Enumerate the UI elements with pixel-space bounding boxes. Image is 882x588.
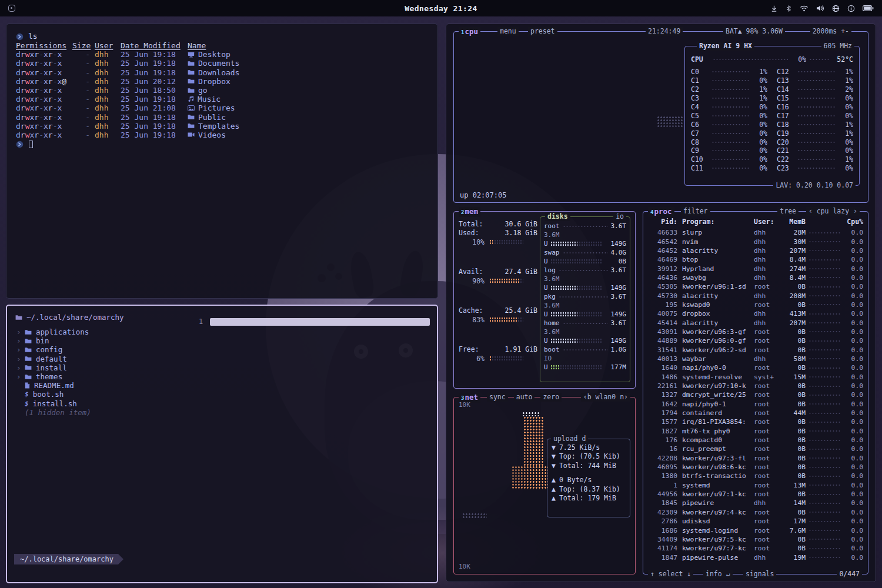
disks-title[interactable]: disks [545, 212, 570, 221]
file-owner: dhh [95, 50, 116, 59]
net-panel-title[interactable]: upload d [551, 435, 588, 443]
file-manager-window[interactable]: ~/.local/share/omarchy 1 ›applications›b… [6, 305, 438, 583]
col-permissions: Permissions [16, 41, 68, 50]
fm-item[interactable]: $install.sh [16, 399, 205, 408]
process-row[interactable]: 34409kworker/u97:5-kcroot 0B0.0 [648, 535, 863, 544]
omarchy-logo-button[interactable] [8, 5, 15, 12]
process-row[interactable]: 1847pipewire-pulsedhh 19M0.0 [648, 553, 863, 562]
volume-icon[interactable] [816, 5, 824, 12]
cpu-core-row: C110% [691, 164, 767, 173]
file-name: Downloads [188, 68, 428, 77]
info-icon[interactable] [847, 5, 855, 12]
fm-item[interactable]: ›applications [16, 328, 205, 336]
net-interface[interactable]: ‹b wlan0 n› [581, 393, 630, 402]
chevron-right-icon: › [16, 345, 21, 354]
system-tray [770, 5, 874, 12]
net-option-zero[interactable]: zero [540, 393, 562, 402]
process-row[interactable]: 1380btrfs-transactioroot 0B0.0 [648, 472, 863, 480]
process-row[interactable]: 195kswapd0root 0B0.0 [648, 300, 863, 309]
process-row[interactable]: 46542nvimdhh 30M0.0 [648, 237, 863, 246]
process-row[interactable]: 40075dropboxdhh 413M0.0 [648, 309, 863, 318]
process-row[interactable]: 44956kworker/u97:1-kcroot 0B0.0 [648, 490, 863, 499]
fm-item[interactable]: ›default [16, 355, 205, 363]
io-mode-button[interactable]: io [613, 212, 626, 221]
process-count: 0/447 [837, 570, 862, 579]
process-row[interactable]: 46452alacrittydhh 207M0.0 [648, 246, 863, 255]
process-row[interactable]: 1640napi/phy0-0root 0B0.0 [648, 363, 863, 372]
fm-item[interactable]: ›themes [16, 372, 205, 381]
mem-stats: Total:30.6 GiBUsed:3.18 GiB10%Avail:27.4… [459, 220, 537, 384]
process-row[interactable]: 1794containerdroot 44M0.0 [648, 409, 863, 417]
update-interval[interactable]: 2000ms +- [810, 27, 851, 36]
process-row[interactable]: 46469btopdhh 8.4M0.0 [648, 255, 863, 264]
file-permissions: drwxr-xr-x [16, 86, 68, 95]
sort-selector[interactable]: ‹ cpu lazy › [806, 207, 860, 216]
mem-box-title[interactable]: 2mem [459, 207, 480, 217]
file-owner: dhh [95, 113, 116, 122]
bluetooth-icon[interactable] [786, 5, 792, 12]
process-row[interactable]: 176kcompactd0root 0B0.0 [648, 436, 863, 445]
fm-item[interactable]: ›bin [16, 336, 205, 345]
process-row[interactable]: 40013waybardhh 58M0.0 [648, 355, 863, 363]
process-row[interactable]: 16rcu_preemptroot 0B0.0 [648, 445, 863, 453]
process-row[interactable]: 42208kworker/u97:3-flroot 0B0.0 [648, 454, 863, 463]
folder-icon [25, 338, 32, 344]
process-row[interactable]: 45414alacrittydhh 207M0.0 [648, 318, 863, 327]
process-row[interactable]: 1642napi/phy0-1root 0B0.0 [648, 400, 863, 409]
process-row[interactable]: 39912Hyprlanddhh 274M0.0 [648, 264, 863, 273]
ls-file-row: drwxr-xr-x - dhh 25 Jun 19:18 Public [16, 113, 428, 122]
btop-window[interactable]: 1cpu menu preset 21:24:49 BAT▲ 98% 3.06W… [446, 24, 876, 582]
cpu-box-title[interactable]: 1cpu [459, 27, 480, 37]
file-date: 25 Jun 20:12 [121, 77, 183, 86]
globe-icon[interactable] [832, 5, 840, 12]
net-option-auto[interactable]: auto [514, 393, 535, 402]
process-row[interactable]: 42309kworker/u97:4-kcroot 0B0.0 [648, 508, 863, 517]
process-row[interactable]: 43091kworker/u96:3-gfroot 0B0.0 [648, 328, 863, 336]
cpu-core-row: C10% [691, 76, 767, 85]
disk-entry: log3.6T [544, 266, 626, 275]
select-hint[interactable]: ↑ select ↓ [648, 570, 693, 579]
process-row[interactable]: 1486systemd-resolvesyst+ 15M0.0 [648, 373, 863, 382]
process-row[interactable]: 22161kworker/u97:10-kroot 0B0.0 [648, 382, 863, 390]
fm-item[interactable]: $boot.sh [16, 390, 205, 399]
filter-button[interactable]: filter [681, 207, 710, 216]
process-row[interactable]: 1845pipewiredhh 14M0.0 [648, 499, 863, 507]
process-row[interactable]: 1systemdroot 13M0.0 [648, 481, 863, 490]
cpu-core-row: C160% [777, 103, 853, 112]
process-row[interactable]: 2786udisksdroot 17M0.0 [648, 517, 863, 526]
tray-arrow-icon[interactable] [770, 5, 778, 12]
process-row[interactable]: 1327dmcrypt_write/25root 0B0.0 [648, 390, 863, 399]
statusbar-path: ~/.local/share/omarchy [14, 554, 123, 564]
process-row[interactable]: 1577irq/81-PIXA3854:root 0B0.0 [648, 417, 863, 426]
terminal-output: ls Permissions Size User Date Modified N… [6, 24, 437, 156]
tree-toggle[interactable]: tree [777, 207, 799, 216]
process-row[interactable]: 31541kworker/u96:2-sdroot 0B0.0 [648, 345, 863, 354]
terminal-window[interactable]: ls Permissions Size User Date Modified N… [6, 24, 438, 299]
battery-icon[interactable] [863, 5, 874, 12]
process-row[interactable]: 46095kworker/u98:6-kcroot 0B0.0 [648, 463, 863, 472]
cpu-core-panel: Ryzen AI 9 HX 605 MHz CPU 0% 52°C C01%C1… [684, 46, 860, 186]
net-option-sync[interactable]: sync [487, 393, 508, 402]
menu-button[interactable]: menu [497, 27, 519, 36]
preview-highlight-row[interactable] [210, 318, 430, 326]
process-row[interactable]: 1827mt76-tx phy0root 0B0.0 [648, 427, 863, 436]
process-row[interactable]: 45730alacrittydhh 208M0.0 [648, 291, 863, 300]
fm-item[interactable]: ›install [16, 363, 205, 372]
process-row[interactable]: 41174kworker/u97:7-kcroot 0B0.0 [648, 544, 863, 553]
wifi-icon[interactable] [800, 5, 808, 12]
proc-box-title[interactable]: 4proc [648, 207, 674, 217]
preset-button[interactable]: preset [528, 27, 557, 36]
fm-item[interactable]: README.md [16, 381, 205, 390]
signals-hint[interactable]: signals [743, 570, 776, 579]
ls-file-row: drwxr-xr-x@ - dhh 25 Jun 20:12 Dropbox [16, 77, 428, 86]
process-row[interactable]: 46436swaybgdhh 8.4M0.0 [648, 273, 863, 282]
process-row[interactable]: 45305kworker/u96:1-sdroot 0B0.0 [648, 282, 863, 291]
process-row[interactable]: 46633slurpdhh 28M0.0 [648, 228, 863, 237]
disk-entry: boot1.0G [544, 345, 626, 354]
process-row[interactable]: 1686systemd-logindroot 7.6M0.0 [648, 526, 863, 534]
process-row[interactable]: 44889kworker/u96:0-gfroot 0B0.0 [648, 336, 863, 345]
file-size: - [72, 113, 90, 122]
prompt-line-empty[interactable] [16, 139, 428, 149]
fm-item[interactable]: ›config [16, 345, 205, 354]
info-hint[interactable]: info ↵ [703, 570, 733, 579]
